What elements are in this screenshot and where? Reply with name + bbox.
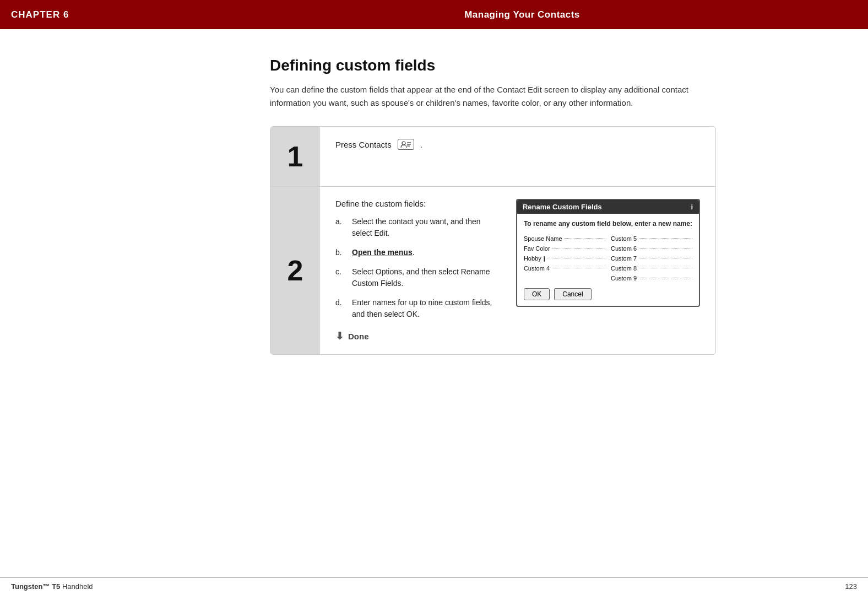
open-menus-text: Open the menus <box>352 248 413 257</box>
field-label-custom6: Custom 6 <box>611 245 637 252</box>
sub-step-d-text: Enter names for up to nine custom fields… <box>352 297 503 320</box>
field-row-custom4: Custom 4 <box>524 265 605 272</box>
section-heading: Defining custom fields <box>270 57 716 74</box>
field-dots-spouse <box>565 238 605 239</box>
ok-button[interactable]: OK <box>524 288 550 300</box>
field-label-hobby: Hobby <box>524 255 541 262</box>
field-row-fav-color: Fav Color <box>524 245 605 252</box>
field-row-custom8: Custom 8 <box>611 265 692 272</box>
dialog-buttons: OK Cancel <box>524 288 692 300</box>
field-row-custom6: Custom 6 <box>611 245 692 252</box>
step-2: 2 Define the custom fields: a. Select th… <box>270 187 715 354</box>
field-dots-custom7 <box>639 258 692 258</box>
contacts-icon <box>398 139 414 150</box>
field-label-fav-color: Fav Color <box>524 245 550 252</box>
dialog-fields-grid: Spouse Name Fav Color Hobby <box>524 235 692 282</box>
define-label: Define the custom fields: <box>335 199 503 208</box>
field-label-custom5: Custom 5 <box>611 235 637 242</box>
right-fields: Custom 5 Custom 6 Custom 7 <box>611 235 692 282</box>
dialog-title: Rename Custom Fields <box>523 203 602 211</box>
step-1-number: 1 <box>270 127 320 186</box>
sub-step-c-text: Select Options, and then select Rename C… <box>352 266 503 289</box>
sub-step-a-label: a. <box>335 216 349 239</box>
press-contacts-text: Press Contacts <box>335 140 392 149</box>
chapter-label: CHAPTER 6 <box>11 9 187 20</box>
field-label-custom8: Custom 8 <box>611 265 637 272</box>
field-dots-custom9 <box>639 278 692 278</box>
dialog-instruction: To rename any custom field below, enter … <box>524 219 692 229</box>
steps-container: 1 Press Contacts . <box>270 126 716 355</box>
main-content: Defining custom fields You can define th… <box>0 29 716 382</box>
step-1-instruction: Press Contacts . <box>335 139 700 150</box>
sub-step-c: c. Select Options, and then select Renam… <box>335 266 503 289</box>
page-title: Managing Your Contacts <box>187 9 857 20</box>
svg-point-0 <box>402 142 405 145</box>
dialog-info-icon: ℹ <box>691 203 693 211</box>
sub-step-b: b. Open the menus. <box>335 247 503 258</box>
field-row-custom9: Custom 9 <box>611 275 692 282</box>
field-row-hobby: Hobby <box>524 255 605 262</box>
sub-step-a-text: Select the contact you want, and then se… <box>352 216 503 239</box>
page-number: 123 <box>845 582 857 591</box>
step-1: 1 Press Contacts . <box>270 127 715 187</box>
field-dots-custom8 <box>639 268 692 268</box>
field-dots-hobby <box>547 258 605 258</box>
step-2-number: 2 <box>270 187 320 354</box>
field-label-custom9: Custom 9 <box>611 275 637 282</box>
dialog-header: Rename Custom Fields ℹ <box>517 200 699 214</box>
down-arrow-icon: ⬇ <box>335 330 344 342</box>
hobby-cursor <box>544 255 545 262</box>
step-2-content: Define the custom fields: a. Select the … <box>320 187 715 354</box>
field-row-custom7: Custom 7 <box>611 255 692 262</box>
sub-steps-list: a. Select the contact you want, and then… <box>335 216 503 320</box>
left-fields: Spouse Name Fav Color Hobby <box>524 235 605 282</box>
intro-paragraph: You can define the custom fields that ap… <box>270 83 716 110</box>
field-label-custom7: Custom 7 <box>611 255 637 262</box>
field-label-spouse: Spouse Name <box>524 235 562 242</box>
rename-dialog: Rename Custom Fields ℹ To rename any cus… <box>516 199 700 307</box>
sub-step-b-text: Open the menus. <box>352 247 415 258</box>
sub-step-b-label: b. <box>335 247 349 258</box>
done-label: Done <box>348 332 369 341</box>
field-dots-custom4 <box>552 268 605 268</box>
done-row: ⬇ Done <box>335 330 503 342</box>
footer-brand: Tungsten™ T5 Handheld <box>11 582 93 591</box>
field-dots-fav-color <box>552 248 605 248</box>
field-dots-custom6 <box>639 248 692 248</box>
press-contacts-period: . <box>420 140 422 149</box>
field-row-spouse: Spouse Name <box>524 235 605 242</box>
sub-step-c-label: c. <box>335 266 349 289</box>
brand-name: Tungsten™ T5 <box>11 582 60 591</box>
sub-step-d-label: d. <box>335 297 349 320</box>
field-row-custom5: Custom 5 <box>611 235 692 242</box>
sub-step-a: a. Select the contact you want, and then… <box>335 216 503 239</box>
cancel-button[interactable]: Cancel <box>554 288 591 300</box>
field-dots-custom5 <box>639 238 692 239</box>
field-label-custom4: Custom 4 <box>524 265 550 272</box>
page-footer: Tungsten™ T5 Handheld 123 <box>0 577 868 595</box>
page-header: CHAPTER 6 Managing Your Contacts <box>0 0 868 29</box>
sub-step-d: d. Enter names for up to nine custom fie… <box>335 297 503 320</box>
brand-suffix: Handheld <box>62 582 93 591</box>
dialog-body: To rename any custom field below, enter … <box>517 214 699 306</box>
step-2-left: Define the custom fields: a. Select the … <box>335 199 503 342</box>
step-2-wrapper: Define the custom fields: a. Select the … <box>335 199 700 342</box>
step-1-content: Press Contacts . <box>320 127 715 186</box>
